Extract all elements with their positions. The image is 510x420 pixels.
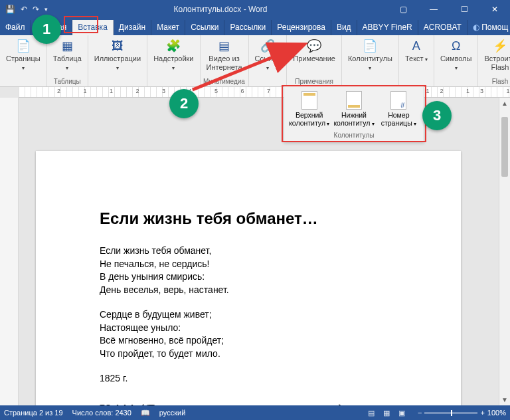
- body-text: Настоящее уныло:: [100, 322, 397, 334]
- body-text: Не печалься, не сердись!: [100, 259, 397, 270]
- ribbon-group: 🔗Ссылки ▾: [249, 35, 288, 86]
- ribbon-button[interactable]: ΩСимволы ▾: [437, 37, 475, 72]
- ribbon-button[interactable]: 💬Примечание: [290, 37, 339, 64]
- zoom-slider[interactable]: [424, 412, 477, 414]
- tab-view[interactable]: Вид: [331, 20, 357, 35]
- ribbon-group: ▤Видео изИнтернетаМультимедиа: [201, 35, 249, 86]
- tab-layout[interactable]: Макет: [151, 20, 185, 35]
- close-icon[interactable]: ✕: [479, 0, 510, 19]
- ribbon-button[interactable]: 📄Колонтитулы ▾: [345, 37, 396, 72]
- ribbon-button-label: Примечание: [293, 54, 335, 63]
- minimize-icon[interactable]: —: [418, 0, 449, 19]
- page-scroll[interactable]: Если жизнь тебя обманет… Если жизнь тебя…: [19, 98, 499, 405]
- tab-review[interactable]: Рецензирова: [272, 20, 331, 35]
- status-page[interactable]: Страница 2 из 19: [4, 409, 63, 417]
- horizontal-ruler[interactable]: 2 1 1 2 3 4 5 6 7 8 9 10 11 12 13 14 15 …: [19, 87, 510, 98]
- zoom-control: − + 100%: [418, 409, 506, 417]
- ribbon-button-label: Ссылки ▾: [255, 54, 281, 71]
- ribbon-button-label: Таблица ▾: [53, 54, 82, 71]
- ribbon-options-icon[interactable]: ▢: [388, 0, 418, 19]
- tab-abbyy[interactable]: ABBYY FineR: [357, 20, 418, 35]
- ribbon-button-label: ВстроитьFlash: [484, 54, 510, 71]
- heading-2: К *** (Я помню чудное мгновенье…): [100, 401, 397, 406]
- popup-button-label: Нижнийколонтитул ▾: [333, 112, 374, 127]
- tab-file[interactable]: Файл: [0, 20, 31, 35]
- zoom-out-icon[interactable]: −: [418, 409, 422, 417]
- ribbon-icon: 📄: [361, 39, 379, 53]
- ribbon-button[interactable]: ⚡ВстроитьFlash: [481, 37, 510, 72]
- scroll-thumb[interactable]: [501, 117, 508, 177]
- ribbon-icon: 💬: [305, 39, 323, 53]
- ribbon-icon: Ω: [447, 39, 466, 53]
- zoom-in-icon[interactable]: +: [480, 409, 484, 417]
- ribbon-button[interactable]: 🧩Надстройки ▾: [150, 37, 197, 72]
- page-icon: [301, 91, 317, 110]
- ribbon-button[interactable]: 🖼Иллюстрации ▾: [91, 37, 144, 72]
- tab-mailings[interactable]: Рассылки: [224, 20, 272, 35]
- ribbon-group-label: Таблицы: [54, 77, 81, 86]
- redo-icon[interactable]: ↷: [33, 5, 39, 14]
- header-footer-popup: Верхнийколонтитул ▾Нижнийколонтитул ▾Ном…: [284, 86, 424, 142]
- heading-1: Если жизнь тебя обманет…: [100, 209, 397, 228]
- ribbon-group: 🖼Иллюстрации ▾: [88, 35, 147, 86]
- ribbon-button-label: Символы ▾: [440, 54, 472, 71]
- help-button[interactable]: ◐ Помощ: [468, 20, 510, 35]
- ribbon-button[interactable]: AТекст ▾: [402, 37, 431, 64]
- body-text: День веселья, верь, настанет.: [100, 284, 397, 296]
- ribbon-button[interactable]: ▦Таблица ▾: [50, 37, 85, 72]
- tab-references[interactable]: Ссылки: [185, 20, 224, 35]
- header-footer-button[interactable]: Нижнийколонтитул ▾: [331, 89, 376, 130]
- save-icon[interactable]: 💾: [5, 5, 15, 14]
- ribbon-icon: ▤: [215, 39, 234, 53]
- body-text: Если жизнь тебя обманет,: [100, 245, 397, 257]
- tab-acrobat[interactable]: ACROBAT: [418, 20, 468, 35]
- ribbon-group-label: Примечания: [295, 77, 333, 86]
- view-buttons: ▤ ▦ ▣: [365, 409, 408, 417]
- header-footer-button[interactable]: Номерстраницы ▾: [377, 89, 421, 130]
- page-icon: [346, 91, 362, 110]
- ribbon-button-label: Иллюстрации ▾: [94, 54, 141, 71]
- tab-insert[interactable]: Вставка: [72, 20, 114, 35]
- zoom-value[interactable]: 100%: [487, 409, 506, 417]
- ribbon-group-label: Мультимедиа: [203, 77, 245, 86]
- ribbon-group: ΩСимволы ▾: [434, 35, 479, 86]
- maximize-icon[interactable]: ☐: [449, 0, 479, 19]
- tab-design[interactable]: Дизайн: [114, 20, 151, 35]
- ribbon-icon: ▦: [58, 39, 76, 53]
- scroll-down-icon[interactable]: ▼: [499, 394, 510, 405]
- popup-group-label: Колонтитулы: [284, 130, 424, 142]
- ribbon-group: 🧩Надстройки ▾: [147, 35, 200, 86]
- ribbon-icon: 📄: [14, 39, 33, 53]
- ribbon-button-label: Колонтитулы ▾: [348, 54, 392, 71]
- document-area: Если жизнь тебя обманет… Если жизнь тебя…: [0, 98, 510, 405]
- proofing-icon[interactable]: 📖: [141, 409, 150, 417]
- page[interactable]: Если жизнь тебя обманет… Если жизнь тебя…: [36, 151, 461, 405]
- print-layout-icon[interactable]: ▦: [380, 409, 393, 417]
- ribbon-button-label: Текст ▾: [405, 54, 428, 63]
- ribbon-group: ⚡ВстроитьFlashFlash: [478, 35, 510, 86]
- undo-icon[interactable]: ↶: [21, 5, 27, 14]
- ribbon-icon: 🔗: [258, 39, 277, 53]
- qat-dropdown-icon[interactable]: ▾: [44, 6, 48, 13]
- ribbon-icon: ⚡: [491, 39, 509, 53]
- ribbon-button[interactable]: ▤Видео изИнтернета: [203, 37, 246, 72]
- status-bar: Страница 2 из 19 Число слов: 2430 📖 русс…: [0, 405, 510, 420]
- status-language[interactable]: русский: [159, 409, 185, 417]
- header-footer-button[interactable]: Верхнийколонтитул ▾: [287, 89, 331, 130]
- web-layout-icon[interactable]: ▣: [395, 409, 408, 417]
- vertical-ruler[interactable]: [0, 98, 19, 405]
- ribbon-group: 💬ПримечаниеПримечания: [287, 35, 342, 86]
- ribbon-button-label: Страницы ▾: [6, 54, 41, 71]
- ribbon-icon: 🖼: [108, 39, 127, 53]
- vertical-scrollbar[interactable]: ▲ ▼: [499, 98, 510, 405]
- ribbon-icon: 🧩: [164, 39, 183, 53]
- read-mode-icon[interactable]: ▤: [365, 409, 378, 417]
- status-words[interactable]: Число слов: 2430: [72, 409, 131, 417]
- ribbon-button[interactable]: 📄Страницы ▾: [3, 37, 44, 72]
- ribbon: 📄Страницы ▾▦Таблица ▾Таблицы🖼Иллюстрации…: [0, 35, 510, 87]
- ribbon-button[interactable]: 🔗Ссылки ▾: [252, 37, 284, 72]
- body-text: Сердце в будущем живет;: [100, 309, 397, 321]
- scroll-up-icon[interactable]: ▲: [499, 98, 510, 109]
- body-text: Всё мгновенно, всё пройдет;: [100, 335, 397, 347]
- body-text: Что пройдет, то будет мило.: [100, 348, 397, 360]
